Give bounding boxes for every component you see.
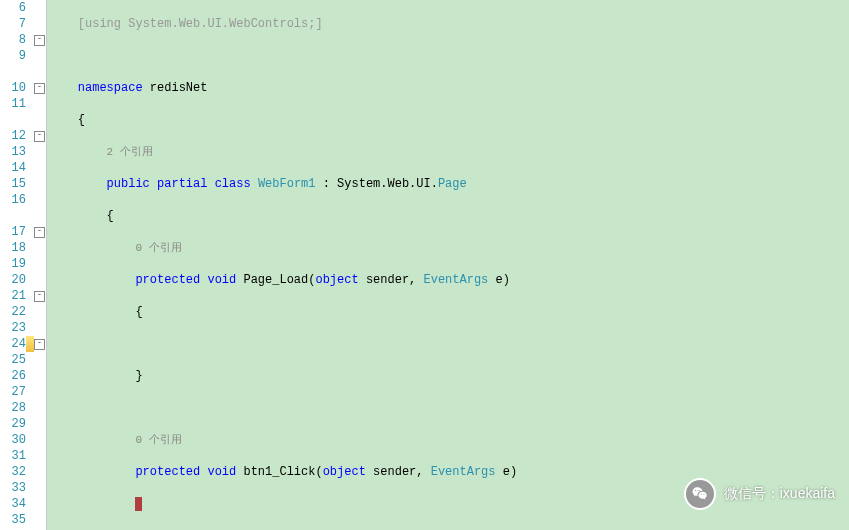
code-editor: 6789 1011 1213141516 1718192021222324252… (0, 0, 849, 530)
fold-toggle[interactable]: - (34, 83, 45, 94)
cursor-position (135, 497, 142, 511)
line-number: 35 (0, 512, 26, 528)
line-number-gutter: 6789 1011 1213141516 1718192021222324252… (0, 0, 32, 530)
fold-toggle[interactable]: - (34, 339, 45, 350)
line-number: 32 (0, 464, 26, 480)
line-number: 31 (0, 448, 26, 464)
line-number: 28 (0, 400, 26, 416)
fold-toggle[interactable]: - (34, 291, 45, 302)
line-number: 24 (0, 336, 26, 352)
line-number: 21 (0, 288, 26, 304)
line-number: 25 (0, 352, 26, 368)
line-number: 10 (0, 80, 26, 96)
line-number: 22 (0, 304, 26, 320)
line-number: 6 (0, 0, 26, 16)
line-number: 27 (0, 384, 26, 400)
line-number: 19 (0, 256, 26, 272)
line-number: 29 (0, 416, 26, 432)
fold-toggle[interactable]: - (34, 35, 45, 46)
line-number: 17 (0, 224, 26, 240)
line-number: 12 (0, 128, 26, 144)
line-number: 9 (0, 48, 26, 64)
line-number: 23 (0, 320, 26, 336)
fold-column: ------ (32, 0, 47, 530)
line-number: 15 (0, 176, 26, 192)
code-area[interactable]: [using System.Web.UI.WebControls;] names… (47, 0, 849, 530)
line-number: 11 (0, 96, 26, 112)
watermark-text: 微信号：ixuekaifa (724, 485, 835, 503)
fold-toggle[interactable]: - (34, 227, 45, 238)
line-number: 13 (0, 144, 26, 160)
line-number: 34 (0, 496, 26, 512)
line-number: 7 (0, 16, 26, 32)
line-number: 18 (0, 240, 26, 256)
line-number: 20 (0, 272, 26, 288)
line-number: 26 (0, 368, 26, 384)
line-number: 8 (0, 32, 26, 48)
current-line-indicator (26, 336, 34, 352)
line-number: 33 (0, 480, 26, 496)
watermark: 微信号：ixuekaifa (684, 478, 835, 510)
wechat-icon (684, 478, 716, 510)
line-number: 16 (0, 192, 26, 208)
line-number: 14 (0, 160, 26, 176)
fold-toggle[interactable]: - (34, 131, 45, 142)
line-number: 30 (0, 432, 26, 448)
